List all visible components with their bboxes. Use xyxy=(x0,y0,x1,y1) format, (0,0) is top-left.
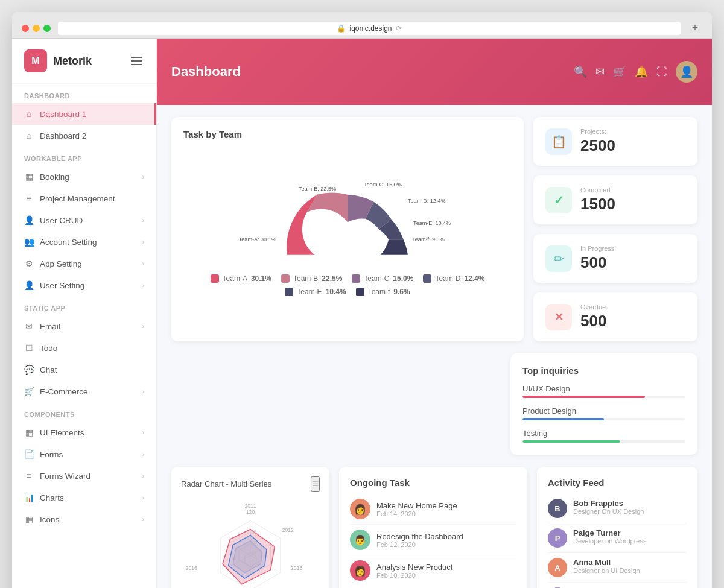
sidebar-item-project-mgmt[interactable]: ≡ Project Management xyxy=(12,188,156,209)
sidebar-item-forms[interactable]: 📄 Forms › xyxy=(12,443,156,465)
header-icons: 🔍 ✉ 🛒 🔔 ⛶ 👤 xyxy=(574,61,697,83)
sidebar-item-icons[interactable]: ▦ Icons › xyxy=(12,508,156,530)
users-icon: 👥 xyxy=(24,237,34,247)
svg-text:90: 90 xyxy=(252,530,256,534)
chevron-right-icon: › xyxy=(142,239,144,245)
document-icon: 📄 xyxy=(24,449,34,459)
sidebar-item-label: Icons xyxy=(40,515,59,524)
chevron-right-icon: › xyxy=(142,451,144,458)
inquiry-item-testing: Testing xyxy=(522,429,685,443)
sidebar-item-label: Project Management xyxy=(40,194,115,203)
sidebar-item-label: Account Setting xyxy=(40,238,97,247)
sidebar-item-ecommerce[interactable]: 🛒 E-Commerce › xyxy=(12,381,156,402)
sidebar-item-user-crud[interactable]: 👤 User CRUD › xyxy=(12,209,156,231)
sidebar-item-chat[interactable]: 💬 Chat xyxy=(12,359,156,381)
activity-feed-title: Activity Feed xyxy=(548,478,687,488)
address-bar[interactable]: 🔒 iqonic.design ⟳ xyxy=(58,22,681,35)
sidebar-item-app-setting[interactable]: ⚙ App Setting › xyxy=(12,253,156,274)
new-tab-button[interactable]: + xyxy=(688,21,702,36)
search-button[interactable]: 🔍 xyxy=(574,65,587,78)
projects-stat-info: Projects: 2500 xyxy=(580,128,615,155)
checkbox-icon: ☐ xyxy=(24,343,34,353)
projects-label: Projects: xyxy=(580,128,615,135)
home-icon: ⌂ xyxy=(24,131,34,141)
sidebar-item-ui-elements[interactable]: ▦ UI Elements › xyxy=(12,422,156,443)
chevron-right-icon: › xyxy=(142,217,144,224)
grid-icon: ▦ xyxy=(24,428,34,437)
user-icon: 👤 xyxy=(24,280,34,290)
sidebar-item-label: Forms Wizard xyxy=(40,472,91,481)
svg-text:120: 120 xyxy=(246,509,255,515)
radar-menu-button[interactable]: ≡ xyxy=(311,476,320,492)
grid-icon: ▦ xyxy=(24,514,34,524)
sidebar-item-forms-wizard[interactable]: ≡ Forms Wizard › xyxy=(12,465,156,487)
in-progress-stat-info: In Progress: 500 xyxy=(580,245,616,272)
svg-text:2011: 2011 xyxy=(244,503,256,509)
ongoing-task-title: Ongoing Task xyxy=(350,478,516,488)
activity-feed-card: Activity Feed B Bob Frapples Designer On… xyxy=(537,467,697,588)
sidebar-item-email[interactable]: ✉ Email › xyxy=(12,315,156,337)
pencil-icon: ✏ xyxy=(554,251,564,266)
chevron-right-icon: › xyxy=(142,516,144,523)
svg-text:Team-E: 10.4%: Team-E: 10.4% xyxy=(413,220,451,226)
completed-icon-box: ✓ xyxy=(545,187,572,213)
inquiry-bar-testing xyxy=(522,440,620,443)
ongoing-task-card: Ongoing Task 👩 Make New Home Page Feb 14… xyxy=(339,467,527,588)
chevron-right-icon: › xyxy=(142,323,144,330)
sidebar-item-account-setting[interactable]: 👥 Account Setting › xyxy=(12,231,156,253)
grid-icon: ▦ xyxy=(24,172,34,182)
x-icon: ✕ xyxy=(554,311,564,324)
sidebar-item-label: UI Elements xyxy=(40,428,84,437)
home-icon: ⌂ xyxy=(24,109,34,119)
radar-chart-svg: 2011 120 2012 2013 2014 2015 2016 xyxy=(181,498,320,588)
mail-button[interactable]: ✉ xyxy=(595,65,605,78)
logo-text: Metorik xyxy=(53,55,92,68)
sidebar-item-booking[interactable]: ▦ Booking › xyxy=(12,166,156,188)
stat-card-projects: 📋 Projects: 2500 xyxy=(533,117,697,166)
sidebar-item-label: Email xyxy=(40,322,60,331)
projects-value: 2500 xyxy=(580,136,615,155)
activity-avatar-0: B xyxy=(548,499,567,518)
sidebar-item-label: App Setting xyxy=(40,259,82,268)
task-item-1: 👨 Redesign the Dashboard Feb 12, 2020 xyxy=(350,525,516,555)
hamburger-button[interactable] xyxy=(129,54,144,68)
check-icon: ✓ xyxy=(554,193,564,207)
task-avatar-1: 👨 xyxy=(350,530,370,550)
reload-icon: ⟳ xyxy=(396,24,402,33)
activity-avatar-1: P xyxy=(548,528,567,548)
svg-text:30: 30 xyxy=(252,551,256,555)
sidebar-item-charts[interactable]: 📊 Charts › xyxy=(12,487,156,508)
task-item-0: 👩 Make New Home Page Feb 14, 2020 xyxy=(350,494,516,525)
overdue-stat-info: Overdue: 500 xyxy=(580,303,608,330)
sidebar-item-label: Forms xyxy=(40,450,63,459)
svg-text:Team-D: 12.4%: Team-D: 12.4% xyxy=(408,198,446,204)
inquiry-bar-uiux xyxy=(522,396,645,398)
sidebar-item-user-setting[interactable]: 👤 User Setting › xyxy=(12,274,156,296)
expand-button[interactable]: ⛶ xyxy=(656,66,667,78)
sidebar-item-dashboard1[interactable]: ⌂ Dashboard 1 xyxy=(12,103,156,125)
inquiry-bar-bg-uiux xyxy=(522,396,685,398)
inquiry-label-testing: Testing xyxy=(522,429,685,438)
chevron-right-icon: › xyxy=(142,174,144,180)
activity-info-1: Paige Turner Developer on Wordpress xyxy=(573,528,646,545)
notification-button[interactable]: 🔔 xyxy=(635,65,648,78)
mail-icon: ✉ xyxy=(24,321,34,331)
legend-team-d: Team-D 12.4% xyxy=(423,274,484,283)
svg-text:Team-A: 30.1%: Team-A: 30.1% xyxy=(239,236,276,242)
task-chart-title: Task by Team xyxy=(183,129,512,139)
svg-text:Team-B: 22.5%: Team-B: 22.5% xyxy=(299,186,336,192)
avatar[interactable]: 👤 xyxy=(676,61,697,83)
task-info-2: Analysis New Product Feb 10, 2020 xyxy=(376,563,453,579)
cart-button[interactable]: 🛒 xyxy=(613,65,626,78)
activity-info-0: Bob Frapples Designer On UX Design xyxy=(573,499,644,515)
logo-icon: M xyxy=(24,49,47,72)
user-icon: 👤 xyxy=(24,215,34,225)
sidebar-item-label: User Setting xyxy=(40,281,84,290)
activity-info-2: Anna Mull Designer on UI Design xyxy=(573,558,640,574)
sidebar-item-dashboard2[interactable]: ⌂ Dashboard 2 xyxy=(12,125,156,147)
chevron-right-icon: › xyxy=(142,473,144,479)
sidebar-item-todo[interactable]: ☐ Todo xyxy=(12,337,156,359)
inquiry-label-product: Product Design xyxy=(522,406,685,416)
chevron-right-icon: › xyxy=(142,388,144,395)
svg-text:Team-C: 15.0%: Team-C: 15.0% xyxy=(364,182,402,188)
